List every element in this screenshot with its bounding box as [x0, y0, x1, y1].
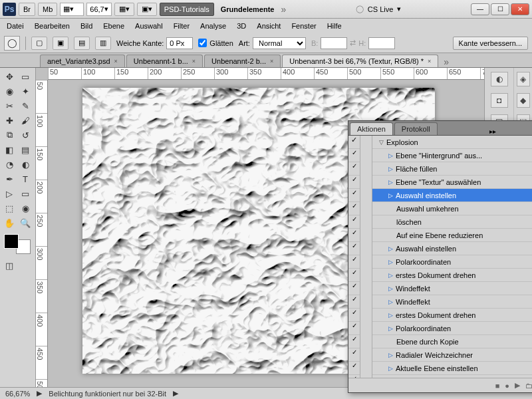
action-item[interactable]: ▷Auswahl einstellen: [372, 242, 532, 255]
action-item[interactable]: Auswahl umkehren: [372, 202, 532, 215]
refine-edge-button[interactable]: Kante verbessern...: [453, 37, 528, 50]
menu-datei[interactable]: Datei: [7, 22, 24, 30]
cslive-icon[interactable]: ◯: [356, 5, 364, 13]
3d-camera-tool[interactable]: ◉: [17, 201, 33, 215]
screenmode-button[interactable]: ▣▾: [137, 3, 157, 16]
minimize-button[interactable]: —: [471, 3, 489, 15]
menu-auswahl[interactable]: Auswahl: [135, 22, 163, 30]
action-checkbox[interactable]: ✓: [348, 282, 360, 295]
action-checkbox[interactable]: ✓: [348, 348, 360, 362]
action-item[interactable]: ▷Aktuelle Ebene einstellen: [372, 362, 532, 375]
styles-panel-icon[interactable]: ◆: [517, 93, 530, 108]
wand-tool[interactable]: ✦: [17, 84, 33, 98]
antialias-checkbox[interactable]: [198, 39, 207, 47]
active-tool-icon[interactable]: ◯: [4, 36, 20, 51]
action-list[interactable]: ▽ Explosion ▷Ebene "Hintergrund" aus...▷…: [372, 136, 532, 378]
action-set-root[interactable]: ▽ Explosion: [372, 136, 532, 149]
menu-hilfe[interactable]: Hilfe: [327, 22, 342, 30]
record-button[interactable]: ●: [505, 382, 509, 390]
style-select[interactable]: Normal: [253, 37, 306, 49]
marquee-tool[interactable]: ▭: [17, 69, 33, 84]
tabs-overflow-icon[interactable]: »: [444, 57, 449, 67]
action-checkbox[interactable]: ✓: [348, 335, 360, 348]
selection-add-button[interactable]: ▣: [53, 37, 68, 50]
action-checkbox[interactable]: ✓: [348, 309, 360, 322]
action-item[interactable]: ▷Windeffekt: [372, 295, 532, 309]
action-item[interactable]: Ebene durch Kopie: [372, 335, 532, 348]
action-item[interactable]: ▷erstes Dokument drehen: [372, 309, 532, 322]
selection-sub-button[interactable]: ▤: [74, 37, 90, 50]
menu-ebene[interactable]: Ebene: [103, 22, 124, 30]
document-tab[interactable]: Unbenannt-3 bei 66,7% (Textur, RGB/8) *×: [282, 55, 438, 67]
swatches-panel-icon[interactable]: ◈: [517, 72, 530, 86]
tab-close-icon[interactable]: ×: [192, 58, 196, 65]
color-panel-icon[interactable]: ◐: [491, 72, 508, 86]
type-tool[interactable]: T: [17, 172, 33, 186]
tab-protokoll[interactable]: Protokoll: [394, 122, 438, 135]
action-item[interactable]: ▷Ebene "Textur" auswählen: [372, 176, 532, 189]
status-arrow-icon-2[interactable]: ▶: [173, 389, 178, 398]
action-item[interactable]: ▷Fläche füllen: [372, 162, 532, 176]
action-checkbox[interactable]: ✓: [348, 255, 360, 269]
hand-tool[interactable]: ✋: [1, 215, 17, 230]
feather-input[interactable]: [166, 37, 193, 49]
action-checkbox[interactable]: ✓: [348, 176, 360, 189]
adjustments-panel-icon[interactable]: ◘: [491, 93, 508, 108]
move-tool[interactable]: ✥: [1, 69, 17, 84]
foreground-color[interactable]: [4, 234, 19, 249]
crop-tool[interactable]: ✂: [1, 98, 17, 113]
workspace-label[interactable]: Grundelemente: [217, 5, 279, 13]
ruler-horizontal[interactable]: 5010015020025030035040045050055060065070…: [48, 68, 484, 80]
tab-close-icon[interactable]: ×: [270, 58, 273, 65]
brush-tool[interactable]: 🖌: [17, 113, 33, 128]
document-tab[interactable]: anet_Variante3.psd×: [40, 55, 125, 67]
action-item[interactable]: ▷Windeffekt: [372, 282, 532, 295]
action-item[interactable]: löschen: [372, 215, 532, 229]
status-arrow-icon[interactable]: ▶: [37, 389, 42, 398]
menu-3d[interactable]: 3D: [237, 22, 246, 30]
brand-button[interactable]: PSD-Tutorials: [160, 3, 214, 16]
color-swatch[interactable]: [4, 234, 31, 254]
zoom-selector[interactable]: 66,7 ▾: [86, 3, 111, 16]
action-checkbox[interactable]: ✓: [348, 189, 360, 202]
action-checkbox[interactable]: ✓: [348, 202, 360, 215]
action-checkbox[interactable]: ✓: [348, 242, 360, 255]
3d-tool[interactable]: ⬚: [1, 201, 17, 215]
eraser-tool[interactable]: ◧: [1, 142, 17, 157]
action-checkbox[interactable]: ✓: [348, 149, 360, 162]
blur-tool[interactable]: ◔: [1, 157, 17, 172]
lasso-tool[interactable]: ◉: [1, 84, 17, 98]
bridge-button[interactable]: Br: [19, 3, 35, 16]
action-checkbox[interactable]: ✓: [348, 162, 360, 176]
action-item[interactable]: ▷Auswahl einstellen: [372, 189, 532, 202]
play-button[interactable]: ▶: [515, 381, 520, 390]
action-item[interactable]: ▷Radialer Weichzeichner: [372, 348, 532, 362]
action-item[interactable]: ▷Polarkoordinaten: [372, 322, 532, 335]
pen-tool[interactable]: ✒: [1, 172, 17, 186]
minibridge-button[interactable]: Mb: [38, 3, 57, 16]
action-item[interactable]: ▷Polarkoordinaten: [372, 255, 532, 269]
eyedropper-tool[interactable]: ✎: [17, 98, 33, 113]
menu-bearbeiten[interactable]: Bearbeiten: [35, 22, 70, 30]
action-item[interactable]: ▷erstes Dokument drehen: [372, 269, 532, 282]
zoom-tool[interactable]: 🔍: [17, 215, 33, 230]
action-checkbox[interactable]: ✓: [348, 215, 360, 229]
menu-ansicht[interactable]: Ansicht: [257, 22, 281, 30]
shape-tool[interactable]: ▭: [17, 186, 33, 201]
workspace-chevron-icon[interactable]: »: [281, 4, 286, 15]
cslive-dropdown-icon[interactable]: ▾: [397, 5, 401, 13]
selection-intersect-button[interactable]: ▥: [95, 37, 111, 50]
maximize-button[interactable]: ☐: [491, 3, 509, 15]
selection-new-button[interactable]: ▢: [31, 37, 47, 50]
document-tab[interactable]: Unbenannt-1 b...×: [126, 55, 203, 67]
action-item[interactable]: ▷Aktuelle Ebene einstellen: [372, 375, 532, 378]
twist-icon[interactable]: ▽: [379, 139, 384, 146]
tab-close-icon[interactable]: ×: [428, 58, 431, 65]
menu-fenster[interactable]: Fenster: [291, 22, 316, 30]
action-checkbox[interactable]: ✓: [348, 295, 360, 309]
actions-panel[interactable]: Aktionen Protokoll ▸▸ ▾≡ ✓✓✓✓✓✓✓✓✓✓✓✓✓✓✓…: [348, 120, 532, 393]
menu-bild[interactable]: Bild: [80, 22, 92, 30]
history-brush-tool[interactable]: ↺: [17, 128, 33, 142]
stamp-tool[interactable]: ⧉: [1, 128, 17, 142]
dodge-tool[interactable]: ◐: [17, 157, 33, 172]
